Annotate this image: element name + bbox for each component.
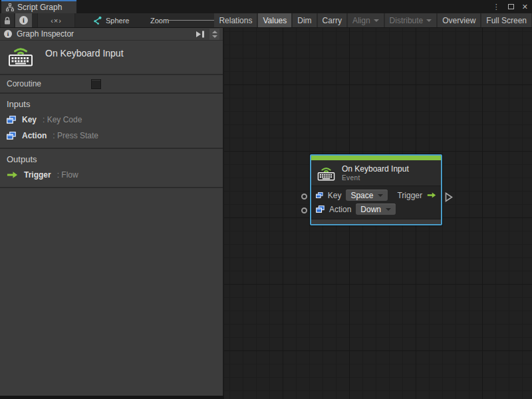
distribute-dropdown-button: Distribute — [385, 13, 437, 27]
node-row-action: Action Down — [311, 202, 441, 216]
action-port-label: Action — [329, 205, 351, 214]
dropdown-caret-icon — [386, 208, 391, 211]
graph-hierarchy-icon — [6, 3, 14, 11]
lock-button[interactable] — [1, 13, 15, 27]
on-keyboard-input-node[interactable]: On Keyboard Input Event Key Space — [310, 154, 442, 225]
chevron-down-icon — [212, 35, 217, 38]
align-dropdown-button: Align — [348, 13, 384, 27]
port-type: : Flow — [57, 170, 78, 180]
node-event-color-bar — [311, 156, 441, 160]
maximize-icon[interactable] — [508, 4, 514, 9]
value-port-icon — [316, 192, 323, 199]
port-name: Key — [22, 115, 37, 124]
coroutine-row: Coroutine — [0, 75, 223, 94]
chevron-down-icon — [426, 19, 432, 22]
key-port-label: Key — [328, 191, 342, 200]
tab-label: Script Graph — [17, 3, 62, 12]
dock-panel-button[interactable] — [194, 29, 206, 39]
info-icon: i — [4, 30, 12, 38]
selected-unit-header: On Keyboard Input — [0, 41, 223, 75]
graph-owner-label: Sphere — [106, 17, 129, 25]
coroutine-label: Coroutine — [7, 79, 41, 88]
node-row-key: Key Space Trigger — [311, 188, 441, 202]
flow-arrow-icon — [7, 171, 18, 179]
info-icon: i — [19, 16, 28, 25]
title-bar: Script Graph ⋮ ✕ — [0, 0, 532, 13]
output-port-row-trigger: Trigger : Flow — [0, 167, 223, 183]
key-code-dropdown[interactable]: Space — [346, 190, 388, 201]
node-footer — [311, 219, 441, 224]
close-icon[interactable]: ✕ — [522, 3, 528, 11]
port-name: Trigger — [24, 170, 51, 180]
action-input-port[interactable] — [301, 207, 307, 213]
tab-script-graph[interactable]: Script Graph — [1, 0, 76, 13]
graph-canvas[interactable]: On Keyboard Input Event Key Space — [224, 28, 532, 399]
graph-inspector-panel: i Graph Inspector — [0, 28, 223, 396]
outputs-header: Outputs — [0, 154, 223, 164]
inputs-section: Inputs Key : Key Code Action : Press Sta… — [0, 94, 223, 149]
input-port-row-key: Key : Key Code — [0, 112, 223, 128]
inputs-header: Inputs — [0, 99, 223, 109]
graph-owner-selector[interactable]: Sphere — [92, 13, 129, 27]
chevron-up-icon — [212, 31, 217, 33]
node-titles: On Keyboard Input Event — [342, 164, 409, 182]
value-port-icon — [316, 205, 325, 213]
dock-panel-icon — [196, 31, 205, 38]
port-type: : Key Code — [43, 115, 82, 124]
port-name: Action — [22, 131, 47, 140]
trigger-port-label: Trigger — [397, 191, 422, 200]
inspector-scrubber[interactable] — [209, 29, 219, 40]
zoom-label: Zoom — [150, 17, 169, 25]
trigger-output-port[interactable] — [445, 192, 453, 202]
graph-inspector-header: i Graph Inspector — [0, 28, 223, 41]
port-type: : Press State — [53, 131, 98, 140]
full-screen-button[interactable]: Full Screen — [481, 13, 531, 27]
node-subtitle: Event — [342, 174, 409, 182]
window-menu-icon[interactable]: ⋮ — [493, 3, 500, 11]
relations-button[interactable]: Relations — [214, 13, 257, 27]
script-graph-icon — [92, 16, 102, 25]
code-view-button[interactable]: ‹×› — [37, 13, 75, 27]
keyboard-input-icon — [317, 166, 335, 181]
node-body: Key Space Trigger — [311, 186, 441, 219]
values-button[interactable]: Values — [258, 13, 291, 27]
panel-bottom-edge — [0, 396, 224, 399]
window-controls: ⋮ ✕ — [493, 0, 528, 13]
keyboard-input-icon — [8, 45, 33, 66]
code-icon: ‹×› — [51, 17, 62, 25]
outputs-section: Outputs Trigger : Flow — [0, 149, 223, 188]
coroutine-checkbox[interactable] — [91, 79, 101, 89]
graph-toolbar: i ‹×› Sphere Zoom 1x Relations Values Di… — [0, 13, 532, 28]
value-port-icon — [7, 116, 16, 124]
overview-button[interactable]: Overview — [438, 13, 480, 27]
key-input-port[interactable] — [301, 194, 307, 200]
graph-inspector-title: Graph Inspector — [17, 29, 74, 39]
selected-unit-title: On Keyboard Input — [45, 48, 124, 59]
chevron-down-icon — [374, 19, 379, 22]
input-port-row-action: Action : Press State — [0, 128, 223, 144]
dropdown-caret-icon — [378, 194, 383, 197]
inspector-toggle-button[interactable]: i — [15, 13, 32, 27]
flow-arrow-icon — [427, 192, 436, 199]
lock-icon — [3, 16, 11, 25]
unity-script-graph-window: Script Graph ⋮ ✕ i ‹×› — [0, 0, 532, 399]
value-port-icon — [7, 132, 16, 140]
toolbar-right-group: Relations Values Dim Carry Align Distrib… — [214, 13, 531, 27]
press-state-dropdown[interactable]: Down — [356, 203, 396, 215]
carry-button[interactable]: Carry — [318, 13, 346, 27]
node-title: On Keyboard Input — [342, 164, 409, 174]
dim-button[interactable]: Dim — [293, 13, 316, 27]
node-header: On Keyboard Input Event — [311, 160, 441, 186]
